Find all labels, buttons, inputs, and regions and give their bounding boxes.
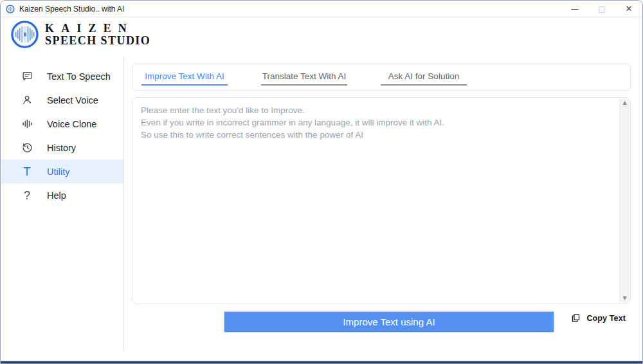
improve-text-button[interactable]: Improve Text using AI [224, 311, 554, 332]
scroll-down-icon[interactable]: ▼ [622, 296, 626, 301]
improve-text-input[interactable] [132, 98, 630, 304]
sidebar-item-label: History [47, 143, 76, 153]
scroll-up-icon[interactable]: ▲ [622, 100, 626, 105]
chat-icon [21, 70, 33, 83]
app-window: Kaizen Speech Studio.. with AI — □ ✕ [0, 0, 643, 364]
tab-bar: Improve Text With AI Translate Text With… [132, 64, 631, 91]
sidebar-item-label: Text To Speech [47, 71, 111, 82]
bottom-accent-bar [1, 361, 642, 363]
sidebar-nav: Text To Speech Select Voice [1, 64, 123, 207]
sidebar-item-voice-clone[interactable]: Voice Clone [1, 112, 123, 136]
brand-logo-icon [10, 20, 39, 49]
question-icon: ? [21, 189, 33, 202]
minimize-button[interactable]: — [561, 1, 588, 17]
brand-name-line1: KAIZEN [45, 23, 150, 35]
titlebar: Kaizen Speech Studio.. with AI — □ ✕ [1, 1, 642, 17]
user-icon [21, 94, 33, 107]
copy-icon [571, 313, 581, 323]
close-button[interactable]: ✕ [615, 1, 642, 17]
sidebar-item-help[interactable]: ? Help [1, 183, 123, 207]
sidebar-item-label: Voice Clone [47, 119, 96, 129]
tab-ask-ai[interactable]: Ask AI for Solution [381, 69, 467, 86]
editor-scrollbar[interactable]: ▲ ▼ [619, 98, 629, 303]
letter-t-icon: T [21, 165, 33, 178]
tab-translate-text[interactable]: Translate Text With AI [261, 69, 347, 86]
main-content: Improve Text With AI Translate Text With… [132, 64, 631, 333]
sidebar-item-history[interactable]: History [1, 136, 123, 159]
sidebar-item-utility[interactable]: T Utility [1, 159, 123, 183]
brand-header: KAIZEN SPEECH STUDIO [10, 20, 150, 49]
tab-improve-text[interactable]: Improve Text With AI [141, 69, 228, 86]
window-title: Kaizen Speech Studio.. with AI [19, 5, 124, 14]
brand-name-line2: SPEECH STUDIO [45, 35, 150, 47]
brand-name: KAIZEN SPEECH STUDIO [45, 23, 150, 47]
copy-text-label: Copy Text [586, 314, 626, 323]
sidebar-item-label: Select Voice [47, 95, 98, 105]
sidebar-item-label: Utility [47, 167, 69, 177]
action-row: Improve Text using AI Copy Text [132, 311, 631, 333]
app-logo-icon [6, 5, 15, 14]
sidebar-item-text-to-speech[interactable]: Text To Speech [1, 64, 123, 88]
waveform-icon [21, 118, 33, 131]
sidebar-item-label: Help [47, 190, 66, 201]
maximize-button[interactable]: □ [588, 1, 615, 17]
sidebar-item-select-voice[interactable]: Select Voice [1, 88, 123, 112]
window-controls: — □ ✕ [561, 1, 642, 17]
copy-text-button[interactable]: Copy Text [571, 313, 626, 323]
sidebar-divider [123, 57, 124, 351]
text-editor-container: ▲ ▼ [132, 97, 631, 304]
history-icon [21, 141, 33, 154]
